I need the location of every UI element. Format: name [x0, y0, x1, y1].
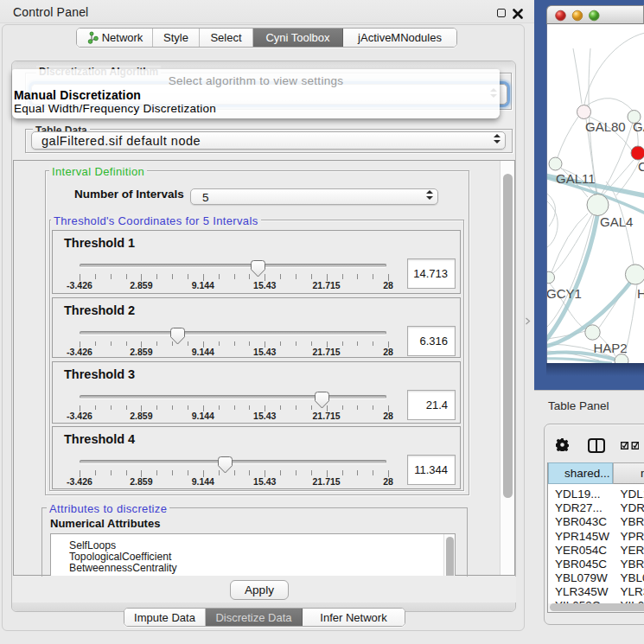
svg-text:GA: GA [633, 119, 644, 134]
svg-text:GAL11: GAL11 [556, 171, 596, 186]
svg-text:GCY1: GCY1 [547, 286, 582, 301]
svg-text:GAL80: GAL80 [585, 119, 626, 134]
svg-text:HAP2: HAP2 [594, 341, 628, 355]
svg-text:GAL4: GAL4 [600, 214, 633, 229]
svg-text:C: C [638, 159, 644, 174]
svg-text:H: H [637, 286, 644, 301]
